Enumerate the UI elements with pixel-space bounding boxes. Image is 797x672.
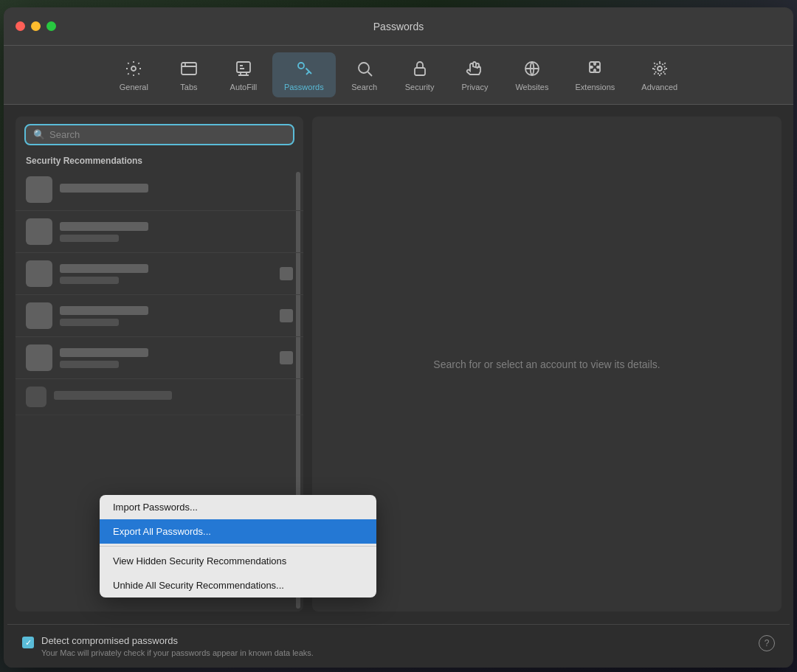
svg-rect-5 [415, 68, 425, 75]
item-subtitle-blur [60, 235, 119, 242]
item-avatar [26, 302, 52, 329]
tab-tabs[interactable]: Tabs [163, 52, 215, 97]
item-title-blur [60, 306, 148, 315]
svg-rect-2 [237, 62, 250, 72]
list-item[interactable] [15, 379, 303, 415]
detect-text: Detect compromised passwords Your Mac wi… [41, 635, 751, 657]
item-subtitle-blur [60, 361, 119, 368]
title-bar: Passwords [4, 7, 793, 46]
detect-checkbox[interactable]: ✓ [22, 637, 34, 648]
search-box-icon: 🔍 [33, 129, 45, 140]
minimize-button[interactable] [31, 21, 41, 31]
item-warning-icon [280, 351, 293, 364]
item-title-blur [60, 184, 148, 193]
svg-rect-1 [182, 63, 196, 75]
advanced-icon [649, 58, 670, 79]
item-warning-icon [280, 309, 293, 322]
item-text [60, 306, 272, 326]
help-button[interactable]: ? [759, 635, 775, 651]
tab-autofill-label: AutoFill [230, 83, 258, 91]
extensions-icon [584, 58, 605, 79]
item-text [54, 391, 293, 403]
section-header: Security Recommendations [15, 151, 303, 169]
list-item[interactable] [15, 253, 303, 295]
item-text [60, 348, 272, 368]
tab-general[interactable]: General [108, 52, 160, 97]
tab-passwords[interactable]: Passwords [272, 52, 336, 97]
empty-state: Search for or select an account to view … [433, 358, 660, 370]
tab-passwords-label: Passwords [284, 83, 324, 91]
tab-websites-label: Websites [515, 83, 548, 91]
tab-tabs-label: Tabs [180, 83, 197, 91]
tab-search[interactable]: Search [339, 52, 390, 97]
tab-advanced-label: Advanced [641, 83, 677, 91]
search-box[interactable]: 🔍 [24, 124, 294, 145]
tab-privacy-label: Privacy [461, 83, 488, 91]
tab-autofill[interactable]: AutoFill [218, 52, 269, 97]
item-avatar [26, 260, 52, 287]
gear-icon [123, 58, 144, 79]
tab-extensions[interactable]: Extensions [563, 52, 627, 97]
menu-item-view-hidden[interactable]: View Hidden Security Recommendations [100, 549, 376, 573]
item-avatar [26, 176, 52, 203]
tab-security[interactable]: Security [393, 52, 446, 97]
svg-point-0 [131, 66, 136, 71]
item-title-blur [60, 348, 148, 357]
tabs-icon [179, 58, 199, 79]
tab-search-label: Search [351, 83, 377, 91]
list-item[interactable] [15, 337, 303, 379]
list-item[interactable] [15, 295, 303, 337]
tab-general-label: General [120, 83, 148, 91]
main-window: Passwords General Tabs [4, 7, 793, 668]
item-subtitle-blur [60, 277, 119, 284]
item-title-blur [54, 391, 172, 400]
detect-section: ✓ Detect compromised passwords Your Mac … [7, 624, 790, 668]
tab-privacy[interactable]: Privacy [449, 52, 500, 97]
tab-websites[interactable]: Websites [503, 52, 560, 97]
key-icon [294, 58, 314, 79]
lock-icon [410, 58, 430, 79]
menu-item-import[interactable]: Import Passwords... [100, 495, 376, 519]
item-text [60, 184, 293, 196]
detect-subtitle: Your Mac will privately check if your pa… [41, 648, 751, 657]
globe-icon [522, 58, 542, 79]
tab-advanced[interactable]: Advanced [629, 52, 689, 97]
search-container: 🔍 [15, 117, 303, 151]
menu-item-export[interactable]: Export All Passwords... [100, 519, 376, 544]
svg-point-3 [298, 63, 304, 69]
item-warning-icon [280, 267, 293, 280]
menu-divider [100, 546, 376, 547]
menu-item-unhide[interactable]: Unhide All Security Recommendations... [100, 573, 376, 597]
search-input[interactable] [49, 129, 286, 140]
svg-point-4 [359, 63, 369, 73]
item-title-blur [60, 222, 148, 231]
right-panel: Search for or select an account to view … [312, 117, 782, 612]
item-avatar [26, 387, 46, 407]
toolbar: General Tabs AutoFill [4, 46, 793, 105]
detect-title: Detect compromised passwords [41, 635, 751, 646]
autofill-icon [233, 58, 254, 79]
list-item[interactable] [15, 169, 303, 211]
traffic-lights [15, 21, 56, 31]
window-title: Passwords [373, 21, 424, 32]
tab-security-label: Security [405, 83, 435, 91]
item-text [60, 222, 293, 242]
tab-extensions-label: Extensions [575, 83, 615, 91]
list-item[interactable] [15, 211, 303, 253]
close-button[interactable] [15, 21, 25, 31]
item-text [60, 264, 272, 284]
item-avatar [26, 218, 52, 245]
search-icon [354, 58, 375, 79]
hand-icon [464, 58, 485, 79]
dropdown-menu: Import Passwords... Export All Passwords… [100, 495, 376, 597]
maximize-button[interactable] [46, 21, 56, 31]
item-avatar [26, 344, 52, 371]
item-title-blur [60, 264, 148, 273]
svg-point-8 [655, 63, 665, 74]
item-subtitle-blur [60, 319, 119, 326]
svg-point-7 [658, 66, 662, 71]
